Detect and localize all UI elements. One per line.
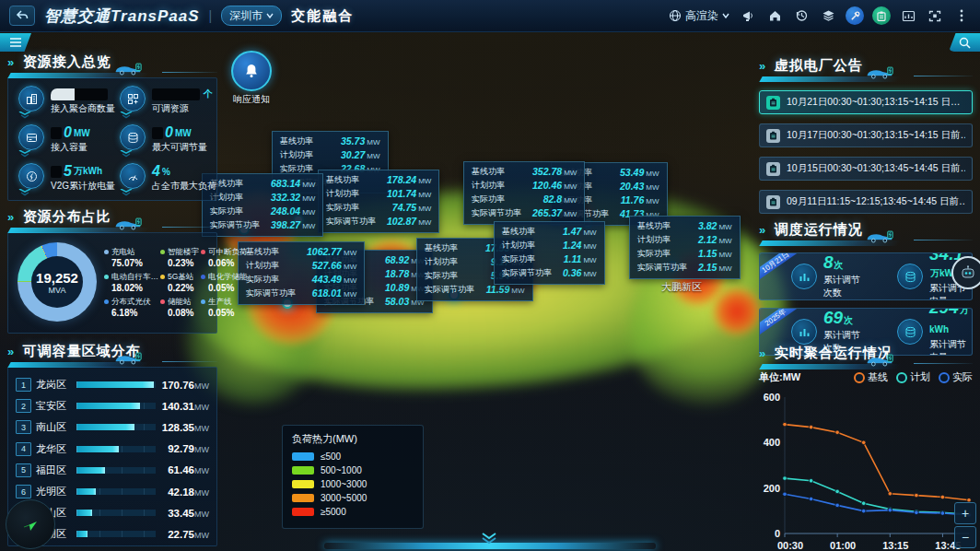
district-bar-row[interactable]: 4龙华区92.79MW <box>16 439 209 460</box>
heat-legend-swatch <box>292 480 314 488</box>
report-icon[interactable] <box>872 6 891 25</box>
car-battery-icon <box>866 353 893 367</box>
donut-center-unit: MVA <box>49 286 66 295</box>
district-name: 龙华区 <box>36 442 76 456</box>
district-bar-row[interactable]: 6光明区42.18MW <box>16 481 209 502</box>
panel-arrow-icon: » <box>7 210 14 224</box>
chart-legend-item[interactable]: 基线 <box>854 370 888 384</box>
panel-title: 虚拟电厂公告 <box>775 57 863 73</box>
callout-value: 248.04MW <box>271 205 315 218</box>
history-icon[interactable] <box>792 6 811 25</box>
donut-legend-item[interactable]: 分布式光伏6.18% <box>104 297 158 318</box>
callout-label: 计划功率 <box>210 192 260 205</box>
donut-legend-item[interactable]: 电动自行车…18.02% <box>104 272 158 293</box>
rank-badge: 1 <box>16 378 31 392</box>
stat-item: 4%占全市最大负荷 <box>115 163 216 202</box>
home-icon[interactable] <box>765 6 784 25</box>
donut-legend-item[interactable]: 5G基站0.22% <box>160 272 199 293</box>
legend-percent: 0.08% <box>168 308 199 318</box>
callout-label: 计划功率 <box>326 188 376 201</box>
render-mode-value: 高渲染 <box>685 8 718 24</box>
announcement-item[interactable]: 09月11日11:15~12:15;13:45~14:45 日前… <box>759 190 973 214</box>
donut-legend-item[interactable]: 生产线0.05% <box>201 297 248 318</box>
donut-legend-item[interactable]: 充电站75.07% <box>104 247 158 268</box>
district-bar-row[interactable]: 2宝安区140.31MW <box>16 395 209 416</box>
callout-label: 实际功率 <box>326 202 376 215</box>
callout-value: 527.66MW <box>307 260 356 273</box>
chart-legend-item[interactable]: 实际 <box>939 370 973 384</box>
broadcast-icon[interactable] <box>739 6 757 25</box>
heat-legend-row: 500~1000 <box>292 465 414 475</box>
svg-text:400: 400 <box>764 437 780 448</box>
power-callout: 基线功率178.24MW计划功率101.74MW实际功率74.75MW实际调节功… <box>318 170 439 233</box>
more-icon[interactable] <box>952 6 971 25</box>
announcement-item[interactable]: 10月15日00:30~01:30;13:45~14:45 日前… <box>759 157 973 181</box>
map-zoom-in-button[interactable]: + <box>954 502 976 524</box>
announcement-item[interactable]: 10月21日00:30~01:30;13:15~14:15 日… <box>759 90 973 114</box>
chart-icon <box>791 319 817 345</box>
chart-legend-item[interactable]: 计划 <box>896 370 930 384</box>
callout-value: 11.59MW <box>485 284 525 297</box>
announcement-item[interactable]: 10月17日00:30~01:30;13:15~14:15 日前… <box>759 123 973 147</box>
city-selector[interactable]: 深圳市 <box>221 6 282 26</box>
heat-legend-label: ≥5000 <box>321 507 346 517</box>
car-battery-icon <box>114 217 142 230</box>
heat-legend-row: ≥5000 <box>292 507 414 517</box>
response-notification-button[interactable]: 响应通知 <box>224 51 279 106</box>
back-button[interactable] <box>9 6 35 26</box>
assistant-robot-button[interactable] <box>951 256 980 289</box>
locate-compass-button[interactable] <box>6 499 55 549</box>
district-bar-row[interactable]: 3南山区128.35MW <box>16 416 209 438</box>
unit-label: MW <box>194 531 209 540</box>
map-zoom-out-button[interactable]: − <box>954 526 976 548</box>
callout-value: 35.73MW <box>341 135 380 148</box>
layers-icon[interactable] <box>819 6 837 25</box>
callout-value: 1.24MW <box>563 240 597 252</box>
back-icon <box>16 10 29 21</box>
callout-value: 11.76MW <box>620 194 659 207</box>
svg-text:0: 0 <box>775 528 780 539</box>
callout-unit: MW <box>646 170 659 178</box>
legend-percent: 0.23% <box>168 258 199 268</box>
power-callout: 基线功率352.78MW计划功率120.46MW实际功率82.8MW实际调节功率… <box>463 161 585 225</box>
footer-collapse-button[interactable] <box>479 533 499 544</box>
legend-dot-icon <box>160 275 165 279</box>
dashboard-icon[interactable] <box>899 6 917 25</box>
callout-value: 102.87MW <box>387 216 431 229</box>
legend-label: 5G基站 <box>168 272 193 283</box>
render-mode-dropdown[interactable]: 高渲染 <box>669 8 729 24</box>
callout-label: 计划功率 <box>246 260 296 273</box>
fullscreen-icon[interactable] <box>926 6 944 25</box>
district-bar-row[interactable]: 1龙岗区170.76MW <box>16 374 209 395</box>
redaction-mask <box>152 127 163 139</box>
district-value: 170.76MW <box>156 380 209 391</box>
rank-badge: 4 <box>16 442 31 456</box>
metric-value: 69次 <box>823 310 866 329</box>
district-bar-row[interactable]: 5福田区61.46MW <box>16 460 209 481</box>
donut-legend-item[interactable]: 可中断负荷0.06% <box>201 247 248 268</box>
district-name: 南山区 <box>36 420 76 434</box>
donut-legend-item[interactable]: 智能楼宇0.23% <box>160 247 199 268</box>
app-logo: 智慧交通TransPaaS <box>44 6 200 27</box>
donut-legend-item[interactable]: 储能站0.08% <box>160 297 199 318</box>
legend-marker-icon <box>854 372 865 383</box>
callout-label: 计划功率 <box>280 149 330 162</box>
metric-value: 294万kWh <box>929 308 972 338</box>
maintenance-icon[interactable] <box>846 6 864 25</box>
tab-energy-fusion[interactable]: 交能融合 <box>291 7 354 25</box>
callout-label: 基线功率 <box>472 166 521 179</box>
callout-label: 实际功率 <box>502 253 552 266</box>
pedestal-icon <box>119 189 134 196</box>
chart-icon <box>791 264 817 289</box>
metric-label: 累计调节次数 <box>823 274 866 299</box>
donut-legend-item[interactable]: 电化学储能0.05% <box>201 272 248 293</box>
search-icon <box>959 37 971 49</box>
legend-label: 电动自行车… <box>111 272 158 283</box>
svg-text:200: 200 <box>764 483 780 494</box>
svg-text:01:00: 01:00 <box>830 540 856 551</box>
heat-legend-label: 1000~3000 <box>321 479 367 489</box>
legend-label: 基线 <box>868 370 888 384</box>
panel-arrow-icon: » <box>759 223 765 237</box>
callout-unit: MW <box>367 138 379 147</box>
heat-legend-swatch <box>292 466 314 475</box>
